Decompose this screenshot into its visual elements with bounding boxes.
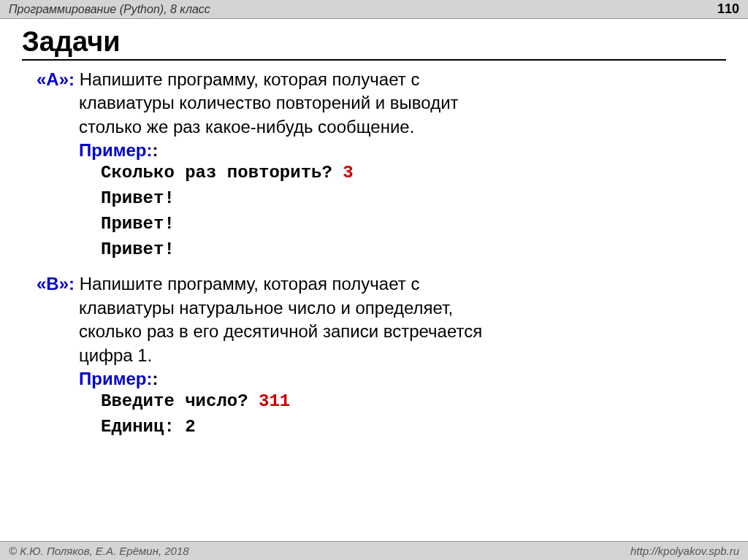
task-b-output1: Единиц: 2 — [37, 415, 726, 440]
task-b-text2: клавиатуры натуральное число и определяе… — [37, 296, 726, 320]
page-title: Задачи — [22, 26, 726, 61]
task-b-description: «B»: Напишите программу, которая получае… — [37, 272, 726, 296]
task-a-input: 3 — [343, 163, 353, 183]
task-a-label: «А»: — [37, 69, 75, 89]
task-b-input: 311 — [259, 391, 290, 411]
page-number: 110 — [717, 1, 739, 17]
task-b-text1: Напишите программу, которая получает с — [80, 274, 420, 294]
task-a-description: «А»: Напишите программу, которая получае… — [37, 68, 726, 91]
task-a-text1: Напишите программу, которая получает с — [80, 69, 420, 89]
task-a-text3: столько же раз какое-нибудь сообщение. — [37, 115, 726, 139]
task-b-prompt-line: Введите число? 311 — [37, 389, 726, 415]
footer-url: http://kpolyakov.spb.ru — [630, 545, 739, 557]
task-a-output1: Привет! — [37, 186, 726, 212]
task-b-text4: цифра 1. — [37, 344, 726, 367]
task-b: «B»: Напишите программу, которая получае… — [22, 272, 726, 440]
task-a-text2: клавиатуры количество повторений и вывод… — [37, 91, 726, 115]
header-title: Программирование (Python), 8 класс — [9, 3, 210, 16]
task-a-output2: Привет! — [37, 212, 726, 237]
header-bar: Программирование (Python), 8 класс 110 — [0, 0, 748, 19]
footer-copyright: © К.Ю. Поляков, Е.А. Ерёмин, 2018 — [9, 545, 189, 557]
task-a-prompt: Сколько раз повторить? — [101, 163, 343, 183]
task-b-example-label: Пример:: — [37, 369, 726, 389]
footer-bar: © К.Ю. Поляков, Е.А. Ерёмин, 2018 http:/… — [0, 541, 748, 560]
task-b-label: «B»: — [37, 274, 75, 294]
task-a: «А»: Напишите программу, которая получае… — [22, 68, 726, 262]
task-a-example-label: Пример:: — [37, 140, 726, 161]
task-a-output3: Привет! — [37, 237, 726, 263]
task-b-text3: сколько раз в его десятичной записи встр… — [37, 320, 726, 343]
content-area: Задачи «А»: Напишите программу, которая … — [0, 19, 748, 440]
task-b-prompt: Введите число? — [101, 391, 259, 411]
task-a-prompt-line: Сколько раз повторить? 3 — [37, 161, 726, 186]
